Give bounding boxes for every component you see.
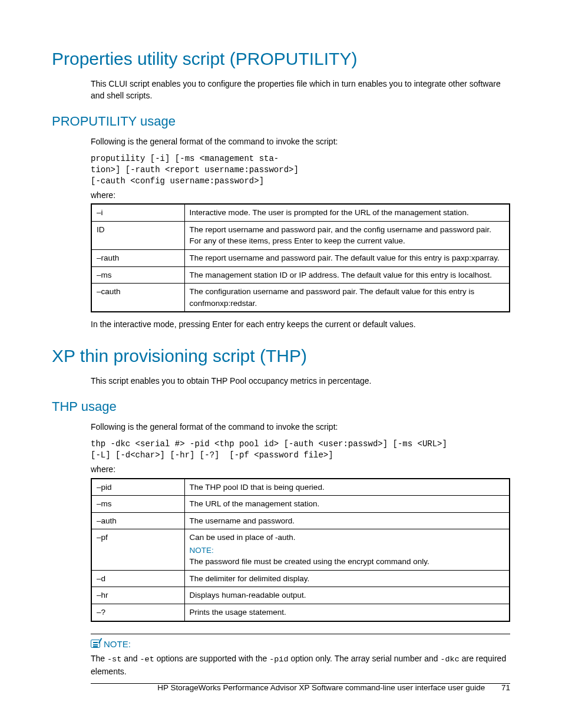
page-number: 71	[501, 683, 510, 692]
inline-note-head: NOTE:	[190, 545, 505, 556]
page-footer: HP StorageWorks Performance Advisor XP S…	[157, 682, 510, 694]
footer-text: HP StorageWorks Performance Advisor XP S…	[157, 683, 485, 692]
table-row: IDThe report username and password pair,…	[91, 221, 510, 249]
pf-desc-post: The password file must be created using …	[190, 557, 429, 566]
code-st: -st	[107, 655, 121, 664]
table-row: –?Prints the usage statement.	[91, 604, 510, 621]
table-row: –iInteractive mode. The user is prompted…	[91, 204, 510, 221]
note-icon	[91, 640, 100, 648]
table-row: –authThe username and password.	[91, 512, 510, 529]
section-heading-proputility: Properties utility script (PROPUTILITY)	[52, 46, 510, 72]
table-row: –hrDisplays human-readable output.	[91, 587, 510, 604]
table-row: –msThe URL of the management station.	[91, 496, 510, 513]
note-body: The -st and -et options are supported wi…	[91, 653, 510, 677]
section-heading-thp: XP thin provisioning script (THP)	[52, 343, 510, 369]
thp-intro: This script enables you to obtain THP Po…	[91, 375, 510, 387]
code-dkc: -dkc	[440, 655, 459, 664]
note-head-label: NOTE:	[104, 638, 131, 651]
code-pid: -pid	[269, 655, 288, 664]
proputility-usage-intro: Following is the general format of the c…	[91, 136, 510, 147]
thp-options-table: –pidThe THP pool ID that is being querie…	[91, 478, 510, 622]
proputility-code-block: proputility [-i] [-ms <management sta- t…	[91, 153, 510, 187]
proputility-intro: This CLUI script enables you to configur…	[91, 78, 510, 102]
note-heading: NOTE:	[91, 638, 131, 651]
where-label: where:	[91, 189, 510, 201]
thp-usage-intro: Following is the general format of the c…	[91, 421, 510, 433]
where-label: where:	[91, 463, 510, 475]
table-row: –cauthThe configuration username and pas…	[91, 284, 510, 312]
proputility-options-table: –iInteractive mode. The user is prompted…	[91, 203, 510, 312]
table-row: –msThe management station ID or IP addre…	[91, 266, 510, 284]
table-row: –pf Can be used in place of -auth. NOTE:…	[91, 529, 510, 571]
pf-desc-pre: Can be used in place of -auth.	[190, 533, 296, 542]
table-row: –pidThe THP pool ID that is being querie…	[91, 479, 510, 496]
note-block: NOTE: The -st and -et options are suppor…	[91, 634, 510, 684]
sub-heading-proputility-usage: PROPUTILITY usage	[52, 112, 510, 131]
table-row: –dThe delimiter for delimited display.	[91, 570, 510, 587]
proputility-after-table: In the interactive mode, pressing Enter …	[91, 318, 510, 330]
table-row: –rauthThe report username and password p…	[91, 249, 510, 266]
thp-code-block: thp -dkc <serial #> -pid <thp pool id> […	[91, 439, 510, 461]
sub-heading-thp-usage: THP usage	[52, 397, 510, 416]
code-et: -et	[140, 655, 154, 664]
